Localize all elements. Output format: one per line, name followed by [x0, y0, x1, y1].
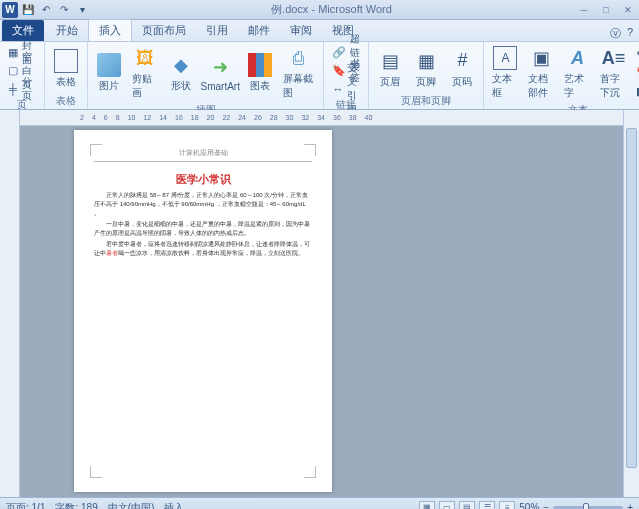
group-illustrations: 图片 🖼剪贴画 ◆形状 ➜SmartArt 图表 ⎙屏幕截图 插图 — [88, 42, 324, 109]
save-icon[interactable]: 💾 — [20, 2, 36, 18]
chart-button[interactable]: 图表 — [243, 51, 277, 95]
minimize-icon[interactable]: ─ — [573, 2, 595, 18]
vertical-scrollbar[interactable] — [623, 110, 639, 497]
textbox-button[interactable]: A文本框 — [488, 44, 522, 102]
word-app-icon: W — [2, 2, 18, 18]
zoom-thumb[interactable] — [583, 503, 589, 510]
paragraph[interactable]: 若中度中暑者，应将者迅速转移到阴凉通风处静卧休息，让速者降降体温，可让中暑者喝一… — [94, 240, 312, 258]
zoom-out-icon[interactable]: − — [543, 502, 549, 509]
tab-review[interactable]: 审阅 — [280, 20, 322, 41]
vertical-ruler[interactable] — [0, 110, 20, 497]
wordart-button[interactable]: A艺术字 — [560, 44, 594, 102]
ribbon: ▦封面 ▢空白页 ╪分页 页 表格 表格 图片 🖼剪贴画 ◆形状 ➜SmartA… — [0, 42, 639, 110]
screenshot-button[interactable]: ⎙屏幕截图 — [279, 44, 320, 102]
smartart-button[interactable]: ➜SmartArt — [200, 53, 241, 94]
header-icon: ▤ — [378, 49, 402, 73]
shapes-button[interactable]: ◆形状 — [164, 51, 198, 95]
scrollbar-thumb[interactable] — [626, 128, 637, 468]
ribbon-tabs: 文件 开始 插入 页面布局 引用 邮件 审阅 视图 ⓥ ? — [0, 20, 639, 42]
chart-icon — [248, 53, 272, 77]
document-body[interactable]: 正常人的脉搏是 58～87 搏/分度，正常人的心率是 60～100 次/分钟，正… — [74, 191, 332, 258]
tab-home[interactable]: 开始 — [46, 20, 88, 41]
help-icon[interactable]: ? — [627, 26, 633, 41]
dropcap-icon: A≡ — [601, 46, 625, 70]
horizontal-ruler[interactable]: 246810121416182022242628303234363840 — [20, 110, 623, 126]
crossref-icon: ↔ — [332, 82, 343, 96]
view-print-icon[interactable]: ▦ — [419, 501, 435, 510]
picture-icon — [97, 53, 121, 77]
parts-icon: ▣ — [529, 46, 553, 70]
tab-layout[interactable]: 页面布局 — [132, 20, 196, 41]
datetime-button[interactable]: 📅日期和时间 — [632, 65, 639, 82]
document-title[interactable]: 医学小常识 — [74, 172, 332, 187]
close-icon[interactable]: ✕ — [617, 2, 639, 18]
view-draft-icon[interactable]: ≡ — [499, 501, 515, 510]
bookmark-icon: 🔖 — [332, 64, 346, 78]
zoom-in-icon[interactable]: + — [627, 502, 633, 509]
clipart-button[interactable]: 🖼剪贴画 — [128, 44, 162, 102]
table-icon — [54, 49, 78, 73]
window-title: 例.docx - Microsoft Word — [90, 2, 573, 17]
zoom-level[interactable]: 50% — [519, 502, 539, 509]
workspace: 246810121416182022242628303234363840 计算机… — [0, 110, 639, 497]
tab-insert[interactable]: 插入 — [88, 19, 132, 41]
blank-icon: ▢ — [8, 64, 18, 78]
titlebar: W 💾 ↶ ↷ ▾ 例.docx - Microsoft Word ─ □ ✕ — [0, 0, 639, 20]
object-button[interactable]: ◧对象 — [632, 83, 639, 100]
minimize-ribbon-icon[interactable]: ⓥ — [610, 26, 621, 41]
view-outline-icon[interactable]: ☰ — [479, 501, 495, 510]
textbox-icon: A — [493, 46, 517, 70]
undo-icon[interactable]: ↶ — [38, 2, 54, 18]
status-mode[interactable]: 插入 — [164, 501, 184, 510]
break-icon: ╪ — [8, 82, 18, 96]
group-header-footer: ▤页眉 ▦页脚 #页码 页眉和页脚 — [369, 42, 484, 109]
smartart-icon: ➜ — [208, 55, 232, 79]
page-break-button[interactable]: ╪分页 — [4, 80, 40, 97]
pagenum-button[interactable]: #页码 — [445, 47, 479, 91]
group-text: A文本框 ▣文档部件 A艺术字 A≡首字下沉 ✎签名行 📅日期和时间 ◧对象 文… — [484, 42, 639, 109]
signature-button[interactable]: ✎签名行 — [632, 47, 639, 64]
cover-icon: ▦ — [8, 46, 18, 60]
table-button[interactable]: 表格 — [49, 47, 83, 91]
header-button[interactable]: ▤页眉 — [373, 47, 407, 91]
group-links: 🔗超链接 🔖书签 ↔交叉引用 链接 — [324, 42, 369, 109]
zoom-slider[interactable] — [553, 506, 623, 510]
shapes-icon: ◆ — [169, 53, 193, 77]
quickparts-button[interactable]: ▣文档部件 — [524, 44, 558, 102]
statusbar: 页面: 1/1 字数: 189 中文(中国) 插入 ▦ ▭ ▤ ☰ ≡ 50% … — [0, 497, 639, 509]
view-web-icon[interactable]: ▤ — [459, 501, 475, 510]
margin-corner — [304, 144, 316, 156]
document-area[interactable]: 246810121416182022242628303234363840 计算机… — [20, 110, 623, 497]
qat-dropdown-icon[interactable]: ▾ — [74, 2, 90, 18]
footer-button[interactable]: ▦页脚 — [409, 47, 443, 91]
tab-mailings[interactable]: 邮件 — [238, 20, 280, 41]
clipart-icon: 🖼 — [133, 46, 157, 70]
paragraph[interactable]: 正常人的脉搏是 58～87 搏/分度，正常人的心率是 60～100 次/分钟，正… — [94, 191, 312, 218]
page[interactable]: 计算机应用基础 医学小常识 正常人的脉搏是 58～87 搏/分度，正常人的心率是… — [74, 130, 332, 492]
margin-corner — [90, 466, 102, 478]
view-reading-icon[interactable]: ▭ — [439, 501, 455, 510]
tab-references[interactable]: 引用 — [196, 20, 238, 41]
margin-corner — [90, 144, 102, 156]
footer-icon: ▦ — [414, 49, 438, 73]
redo-icon[interactable]: ↷ — [56, 2, 72, 18]
maximize-icon[interactable]: □ — [595, 2, 617, 18]
dropcap-button[interactable]: A≡首字下沉 — [596, 44, 630, 102]
status-page[interactable]: 页面: 1/1 — [6, 501, 45, 510]
link-icon: 🔗 — [332, 46, 346, 60]
page-header[interactable]: 计算机应用基础 — [94, 148, 312, 162]
picture-button[interactable]: 图片 — [92, 51, 126, 95]
crossref-button[interactable]: ↔交叉引用 — [328, 80, 364, 97]
wordart-icon: A — [565, 46, 589, 70]
paragraph[interactable]: 一旦中暑，变化是细细的中暑，还是严重的中暑，降温是紧的原则，因为中暑产生的原理是… — [94, 220, 312, 238]
group-pages: ▦封面 ▢空白页 ╪分页 页 — [0, 42, 45, 109]
margin-corner — [304, 466, 316, 478]
status-language[interactable]: 中文(中国) — [108, 501, 155, 510]
status-words[interactable]: 字数: 189 — [55, 501, 97, 510]
pagenum-icon: # — [450, 49, 474, 73]
group-tables: 表格 表格 — [45, 42, 88, 109]
screenshot-icon: ⎙ — [287, 46, 311, 70]
